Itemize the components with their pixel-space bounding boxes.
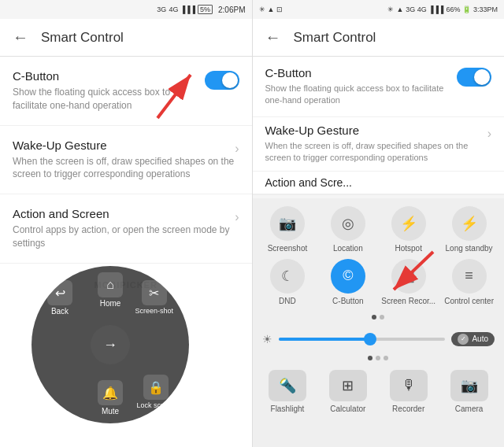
screenshot-quick-label: Screenshot	[268, 244, 308, 253]
dot-b1	[368, 356, 372, 360]
right-panel: ✳ ▲ ⊡ ✳ ▲ 3G 4G ▐▐▐ 66% 🔋 3:33PM ← Smart…	[253, 0, 505, 447]
quick-grid: 📷 Screenshot ◎ Location ⚡ Hotspot ⚡ Long…	[253, 206, 505, 312]
calculator-label: Calculator	[330, 405, 365, 413]
controlcenter-quick-label: Control center	[444, 297, 494, 305]
top-bar-right: ← Smart Control	[253, 19, 505, 57]
wifi-icon: ▲	[268, 6, 275, 13]
left-panel: 3G 4G ▐▐▐ 5% 2:06PM ← Smart Control C-Bu…	[0, 0, 252, 447]
quick-item-dnd[interactable]: ☾ DND	[259, 259, 317, 305]
dnd-quick-label: DND	[279, 297, 296, 305]
cbutton-toggle-right[interactable]	[457, 68, 491, 87]
action-desc-left: Control apps by action, or open the scre…	[13, 224, 235, 250]
quick-item-cbutton[interactable]: © C-Button	[319, 259, 376, 305]
quick-item-screenshot[interactable]: 📷 Screenshot	[259, 206, 317, 253]
dot-b2	[376, 356, 380, 360]
back-button-left[interactable]: ←	[13, 28, 28, 46]
lock-icon: 🔒	[143, 375, 169, 400]
status-left-icons: ✳ ▲ ⊡	[259, 6, 284, 13]
flashlight-label: Flashlight	[271, 405, 305, 413]
quick-item-controlcenter[interactable]: ≡ Control center	[440, 259, 498, 305]
action-chevron-left: ›	[235, 210, 239, 224]
cbutton-toggle-left[interactable]	[205, 71, 239, 90]
cbutton-title-right: C-Button	[265, 66, 458, 79]
dots-row-2	[253, 353, 505, 364]
network-icon-left: 3G	[157, 6, 166, 13]
wakeup-desc-left: When the screen is off, draw specified s…	[13, 155, 235, 182]
calculator-icon: ⊞	[329, 370, 367, 401]
bottom-item-calculator[interactable]: ⊞ Calculator	[319, 370, 376, 441]
quick-item-longstandby[interactable]: ⚡ Long standby	[440, 206, 498, 253]
brightness-slider[interactable]	[279, 338, 446, 341]
top-bar-left: ← Smart Control	[0, 19, 252, 57]
quick-item-screenrecord[interactable]: ▣ Screen Recor...	[380, 259, 437, 305]
lock-label: Lock screen	[136, 401, 175, 409]
quick-item-location[interactable]: ◎ Location	[319, 206, 376, 253]
longstandby-quick-label: Long standby	[446, 244, 493, 253]
page-title-left: Smart Control	[41, 30, 124, 46]
auto-badge[interactable]: ✓ Auto	[451, 332, 495, 346]
setting-item-action-left[interactable]: Action and Screen Control apps by action…	[0, 194, 252, 264]
dnd-quick-icon: ☾	[270, 259, 305, 294]
screenrecord-quick-label: Screen Recor...	[381, 297, 435, 305]
status-bar-right: ✳ ▲ ⊡ ✳ ▲ 3G 4G ▐▐▐ 66% 🔋 3:33PM	[253, 0, 505, 19]
status-right-icons: ✳ ▲ 3G 4G ▐▐▐ 66% 🔋 3:33PM	[387, 6, 498, 13]
brightness-icon: ☀	[262, 333, 272, 345]
dots-indicator	[253, 312, 505, 323]
settings-list-left: C-Button Show the floating quick access …	[0, 57, 252, 264]
center-arrow-icon: →	[103, 337, 117, 353]
battery-right: 66% 🔋	[446, 6, 471, 13]
settings-list-right: C-Button Show the floating quick access …	[253, 57, 505, 195]
time-right: 3:33PM	[473, 6, 498, 13]
menu-screenshot[interactable]: ✂ Screen-shot	[135, 280, 173, 315]
dot-2	[380, 315, 384, 320]
auto-check-icon: ✓	[458, 334, 469, 345]
cbutton-quick-icon: ©	[331, 259, 365, 294]
battery-left: 5%	[198, 5, 213, 14]
wakeup-desc-right: When the screen is off, draw specified s…	[265, 140, 487, 164]
setting-item-wakeup-right[interactable]: Wake-Up Gesture When the screen is off, …	[253, 117, 505, 172]
menu-mute[interactable]: 🔔 Mute	[98, 380, 123, 416]
menu-center-button[interactable]: →	[91, 325, 130, 364]
back-label: Back	[51, 307, 69, 316]
menu-lockscreen[interactable]: 🔒 Lock screen	[136, 375, 175, 409]
slider-thumb[interactable]	[364, 333, 376, 345]
back-button-right[interactable]: ←	[265, 28, 281, 46]
screenshot-quick-icon: 📷	[270, 206, 305, 241]
action-screen-header: Action and Scre...	[253, 172, 505, 194]
setting-item-cbutton-left[interactable]: C-Button Show the floating quick access …	[0, 57, 252, 126]
screenrecord-quick-icon: ▣	[391, 259, 426, 294]
bottom-item-flashlight[interactable]: 🔦 Flashlight	[259, 370, 317, 441]
wakeup-title-left: Wake-Up Gesture	[13, 139, 235, 152]
camera-icon: 📷	[450, 370, 488, 401]
dot-b3	[384, 356, 388, 360]
screenshot-label: Screen-shot	[135, 307, 173, 315]
bottom-item-camera[interactable]: 📷 Camera	[440, 370, 498, 441]
controlcenter-quick-icon: ≡	[452, 259, 487, 294]
hotspot-quick-icon: ⚡	[391, 206, 426, 241]
wakeup-chevron-right: ›	[487, 127, 491, 141]
cbutton-desc-right: Show the floating quick access box to fa…	[265, 83, 458, 107]
back-icon: ↩	[47, 280, 72, 305]
cbutton-desc-left: Show the floating quick access box to fa…	[13, 86, 205, 113]
flashlight-icon: 🔦	[269, 370, 306, 401]
wakeup-chevron-left: ›	[235, 142, 239, 156]
action-title-left: Action and Screen	[13, 207, 235, 220]
location-quick-label: Location	[333, 244, 363, 253]
bottom-item-recorder[interactable]: 🎙 Recorder	[380, 370, 437, 441]
screenshot-icon: ✂	[142, 280, 167, 305]
setting-item-cbutton-right[interactable]: C-Button Show the floating quick access …	[253, 57, 505, 117]
cast-icon: ⊡	[276, 6, 283, 13]
wifi2-icon: ▲	[396, 6, 403, 13]
hotspot-quick-label: Hotspot	[395, 244, 421, 253]
page-title-right: Smart Control	[294, 30, 376, 46]
slider-fill	[279, 338, 371, 341]
menu-back[interactable]: ↩ Back	[47, 280, 72, 316]
home-icon: ⌂	[98, 272, 123, 297]
bottom-grid: 🔦 Flashlight ⊞ Calculator 🎙 Recorder 📷 C…	[253, 364, 505, 447]
setting-item-wakeup-left[interactable]: Wake-Up Gesture When the screen is off, …	[0, 126, 252, 195]
longstandby-quick-icon: ⚡	[452, 206, 487, 241]
cbutton-quick-label: C-Button	[332, 297, 363, 305]
circular-menu: ↩ Back ⌂ Home ✂ Screen-shot 🔒 Lock scree…	[32, 266, 189, 423]
menu-home[interactable]: ⌂ Home	[98, 272, 123, 308]
quick-item-hotspot[interactable]: ⚡ Hotspot	[380, 206, 437, 253]
